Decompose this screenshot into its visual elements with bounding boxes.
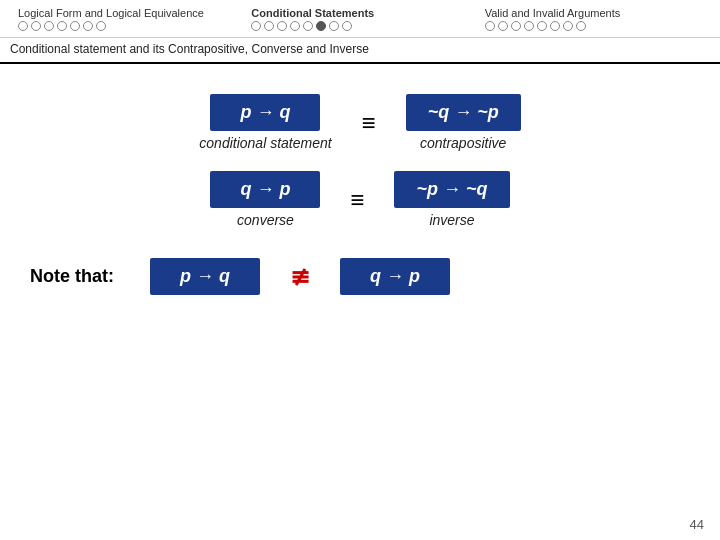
dot [18, 21, 28, 31]
col-note-q-p: q → p [340, 258, 450, 295]
dot [485, 21, 495, 31]
label-conditional: conditional statement [199, 135, 331, 151]
box-not-q-implies-not-p: ~q → ~p [406, 94, 521, 131]
not-equiv-symbol: ≢ [290, 263, 310, 291]
box-note-p-implies-q: p → q [150, 258, 260, 295]
box-q-implies-p: q → p [210, 171, 320, 208]
dot [303, 21, 313, 31]
note-q-implies-p: q → p [370, 266, 420, 286]
dot [83, 21, 93, 31]
top-nav: Logical Form and Logical Equivalence Con… [0, 0, 720, 38]
subtitle-text: Conditional statement and its Contraposi… [10, 42, 369, 56]
box-note-q-implies-p: q → p [340, 258, 450, 295]
col-converse: q → p converse [210, 171, 320, 228]
label-contrapositive: contrapositive [420, 135, 506, 151]
dot [264, 21, 274, 31]
col-contrapositive: ~q → ~p contrapositive [406, 94, 521, 151]
dot [550, 21, 560, 31]
dot [70, 21, 80, 31]
q-implies-p-text: q → p [240, 179, 290, 199]
row-contrapositive: p → q conditional statement ≡ ~q → ~p co… [30, 94, 690, 151]
col-note-p-q: p → q [150, 258, 260, 295]
col-inverse: ~p → ~q inverse [394, 171, 509, 228]
dot [251, 21, 261, 31]
label-converse: converse [237, 212, 294, 228]
nav-dots-1 [18, 21, 106, 31]
not-p-implies-not-q-text: ~p → ~q [416, 179, 487, 199]
nav-section-logical-form[interactable]: Logical Form and Logical Equivalence [10, 7, 243, 31]
nav-section-arguments[interactable]: Valid and Invalid Arguments [477, 7, 710, 31]
dot [498, 21, 508, 31]
dot [537, 21, 547, 31]
p-implies-q-text: p → q [240, 102, 290, 122]
box-p-implies-q: p → q [210, 94, 320, 131]
dot [96, 21, 106, 31]
subtitle-bar: Conditional statement and its Contraposi… [0, 38, 720, 64]
dot [57, 21, 67, 31]
row-note-that: Note that: p → q ≢ q → p [30, 258, 690, 295]
page-number: 44 [690, 517, 704, 532]
nav-section-title: Logical Form and Logical Equivalence [18, 7, 204, 19]
dot-filled [316, 21, 326, 31]
main-content: p → q conditional statement ≡ ~q → ~p co… [0, 64, 720, 315]
label-inverse: inverse [429, 212, 474, 228]
dot [524, 21, 534, 31]
note-p-implies-q: p → q [180, 266, 230, 286]
nav-dots-3 [485, 21, 586, 31]
dot [342, 21, 352, 31]
nav-section-conditional[interactable]: Conditional Statements [243, 7, 476, 31]
equiv-symbol-2: ≡ [350, 186, 364, 214]
col-conditional: p → q conditional statement [199, 94, 331, 151]
dot [563, 21, 573, 31]
box-not-p-implies-not-q: ~p → ~q [394, 171, 509, 208]
nav-section-title-active: Conditional Statements [251, 7, 374, 19]
nav-dots-2 [251, 21, 352, 31]
note-label: Note that: [30, 266, 120, 287]
dot [44, 21, 54, 31]
dot [329, 21, 339, 31]
dot [290, 21, 300, 31]
not-q-implies-not-p-text: ~q → ~p [428, 102, 499, 122]
dot [31, 21, 41, 31]
dot [511, 21, 521, 31]
dot [576, 21, 586, 31]
equiv-symbol-1: ≡ [362, 109, 376, 137]
dot [277, 21, 287, 31]
nav-section-title-args: Valid and Invalid Arguments [485, 7, 621, 19]
row-inverse: q → p converse ≡ ~p → ~q inverse [30, 171, 690, 228]
